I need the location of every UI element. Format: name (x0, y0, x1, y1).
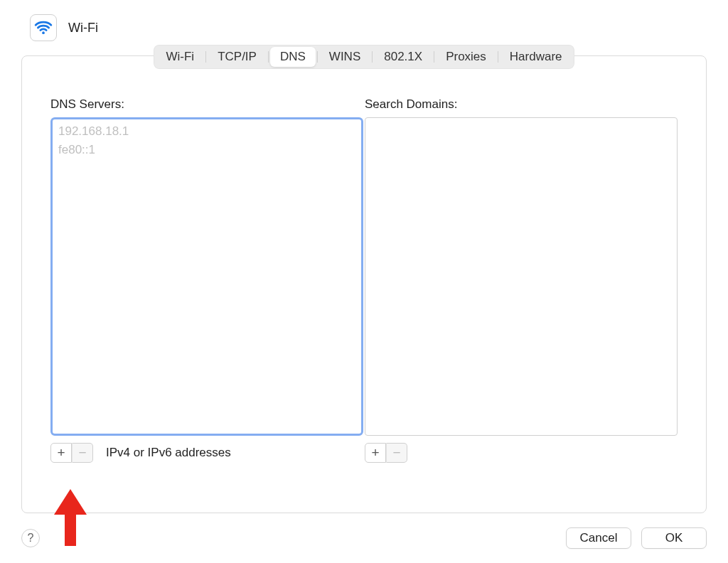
tab-wifi[interactable]: Wi-Fi (156, 47, 204, 67)
search-domains-add-remove-group: + − (365, 443, 407, 463)
tab-divider (372, 51, 373, 63)
wifi-icon (30, 14, 57, 41)
svg-point-0 (42, 31, 45, 34)
search-domains-list[interactable] (365, 117, 678, 436)
search-domains-add-button[interactable]: + (365, 443, 386, 463)
dns-servers-list[interactable]: 192.168.18.1 fe80::1 (50, 117, 363, 436)
dns-servers-label: DNS Servers: (50, 97, 363, 112)
window-header: Wi-Fi (0, 0, 728, 50)
cancel-button[interactable]: Cancel (566, 527, 631, 549)
tab-divider (317, 51, 318, 63)
tab-hardware[interactable]: Hardware (500, 47, 572, 67)
main-panel: Wi-Fi TCP/IP DNS WINS 802.1X Proxies Har… (21, 55, 707, 513)
tab-dns[interactable]: DNS (270, 47, 316, 67)
dns-entry[interactable]: fe80::1 (58, 141, 355, 159)
search-domains-label: Search Domains: (365, 97, 678, 112)
tab-proxies[interactable]: Proxies (436, 47, 496, 67)
tab-divider (498, 51, 498, 63)
search-domains-remove-button[interactable]: − (386, 443, 407, 463)
dns-hint-label: IPv4 or IPv6 addresses (106, 446, 231, 460)
tab-divider (268, 51, 269, 63)
page-title: Wi-Fi (68, 21, 98, 36)
tab-tcpip[interactable]: TCP/IP (208, 47, 267, 67)
help-button[interactable]: ? (21, 529, 40, 547)
tab-bar: Wi-Fi TCP/IP DNS WINS 802.1X Proxies Har… (154, 45, 574, 69)
dns-add-remove-group: + − (50, 443, 93, 463)
tab-wins[interactable]: WINS (319, 47, 370, 67)
tab-8021x[interactable]: 802.1X (374, 47, 432, 67)
dns-entry[interactable]: 192.168.18.1 (58, 122, 355, 141)
tab-divider (434, 51, 434, 63)
search-domains-column: Search Domains: + − (365, 97, 678, 463)
dns-servers-column: DNS Servers: 192.168.18.1 fe80::1 + − IP… (50, 97, 363, 463)
dns-add-button[interactable]: + (50, 443, 72, 463)
ok-button[interactable]: OK (641, 527, 707, 549)
dns-remove-button[interactable]: − (72, 443, 93, 463)
tab-divider (205, 51, 206, 63)
